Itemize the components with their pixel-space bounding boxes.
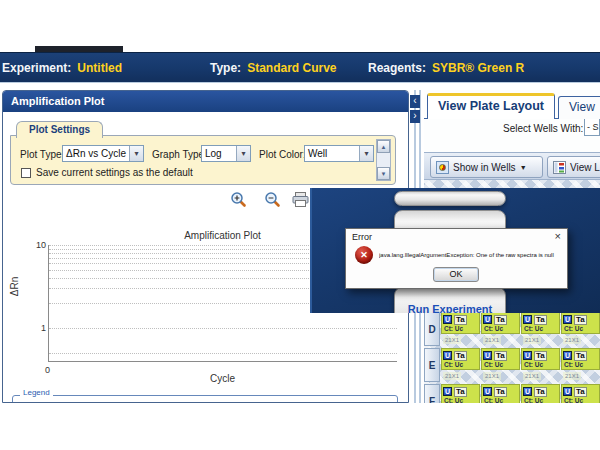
well-target: Ta xyxy=(454,387,467,397)
well-ct: Ct: Uc xyxy=(483,361,519,369)
run-window-button[interactable] xyxy=(394,191,506,206)
show-in-wells-button[interactable]: Show in Wells ▼ xyxy=(430,156,543,178)
well-ct: Ct: Uc xyxy=(443,325,479,333)
error-dialog: Error × ✕ java.lang.IllegalArgumentExcep… xyxy=(345,228,568,289)
type-value: Standard Curve xyxy=(247,61,336,75)
reagents-label: Reagents: xyxy=(368,61,426,75)
graph-type-value: Log xyxy=(202,148,236,159)
well-sample: 21X1 xyxy=(523,336,541,344)
collapse-right-icon[interactable]: › xyxy=(410,110,420,123)
tab-view-plate-layout[interactable]: View Plate Layout xyxy=(427,93,555,119)
plate-well[interactable]: UTaCt: Uc21X1 xyxy=(561,384,600,403)
graph-type-label: Graph Type: xyxy=(152,149,207,160)
scroll-up-icon[interactable]: ▲ xyxy=(377,140,390,153)
view-legend-button[interactable]: View L xyxy=(547,156,600,178)
plate-well[interactable]: UTaCt: Uc21X1 xyxy=(441,348,480,382)
well-sample: 21X1 xyxy=(483,372,501,380)
print-icon[interactable] xyxy=(292,192,309,209)
unknown-task-icon: U xyxy=(563,351,572,360)
ok-button[interactable]: OK xyxy=(433,267,479,282)
plate-well[interactable]: UTaCt: Uc21X1 xyxy=(441,312,480,346)
type-field: Type: Standard Curve xyxy=(210,53,336,82)
plate-well[interactable]: UTaCt: Uc21X1 xyxy=(481,348,520,382)
tab-plot-settings[interactable]: Plot Settings xyxy=(16,121,103,138)
collapse-left-icon[interactable]: ‹ xyxy=(410,95,420,108)
well-ct: Ct: Uc xyxy=(523,397,559,403)
experiment-header-bar: Experiment: Untitled Type: Standard Curv… xyxy=(0,52,600,83)
legend-table-icon xyxy=(553,161,566,174)
select-wells-dropdown[interactable]: - S xyxy=(584,118,600,136)
screen: Experiment: Untitled Type: Standard Curv… xyxy=(0,0,600,450)
zoom-in-icon[interactable] xyxy=(230,191,247,208)
plate-well[interactable]: UTaCt: Uc21X1 xyxy=(521,312,560,346)
error-message: java.lang.IllegalArgumentException: One … xyxy=(379,252,567,258)
plot-type-dropdown[interactable]: ΔRn vs Cycle ▾ xyxy=(62,145,144,162)
caret-down-icon: ▼ xyxy=(520,164,527,171)
settings-scrollbar[interactable]: ▲ ▼ xyxy=(376,139,391,181)
error-icon: ✕ xyxy=(355,246,373,264)
plate-well[interactable]: UTaCt: Uc21X1 xyxy=(441,384,480,403)
plate-well[interactable]: UTaCt: Uc21X1 xyxy=(521,348,560,382)
well-ct: Ct: Uc xyxy=(443,397,479,403)
well-target: Ta xyxy=(494,315,507,325)
experiment-field: Experiment: Untitled xyxy=(2,53,122,82)
row-header-d[interactable]: D xyxy=(424,312,440,346)
plot-settings-box: Plot Type: ΔRn vs Cycle ▾ Graph Type: Lo… xyxy=(10,135,396,185)
unknown-task-icon: U xyxy=(443,315,452,324)
well-target: Ta xyxy=(534,387,547,397)
well-content: UTaCt: Uc xyxy=(441,312,480,334)
reagents-field: Reagents: SYBR® Green R xyxy=(368,53,524,82)
well-ct: Ct: Uc xyxy=(523,361,559,369)
well-target: Ta xyxy=(574,315,587,325)
y-tick: 1 xyxy=(26,323,46,333)
graph-type-dropdown[interactable]: Log ▾ xyxy=(201,145,251,162)
unknown-task-icon: U xyxy=(483,315,492,324)
plate-well[interactable]: UTaCt: Uc21X1 xyxy=(521,384,560,403)
unknown-task-icon: U xyxy=(443,351,452,360)
x-axis-label: Cycle xyxy=(48,373,397,384)
well-sample: 21X1 xyxy=(443,372,461,380)
well-content: UTaCt: Uc xyxy=(441,348,480,370)
well-ct: Ct: Uc xyxy=(523,325,559,333)
well-target: Ta xyxy=(494,351,507,361)
unknown-task-icon: U xyxy=(523,315,532,324)
zoom-out-icon[interactable] xyxy=(264,191,281,208)
plate-well[interactable]: UTaCt: Uc21X1 xyxy=(481,384,520,403)
well-sample: 21X1 xyxy=(523,372,541,380)
well-target: Ta xyxy=(454,351,467,361)
well-ct: Ct: Uc xyxy=(563,397,599,403)
show-in-wells-label: Show in Wells xyxy=(453,162,516,173)
close-icon[interactable]: × xyxy=(555,230,561,242)
run-experiment-button[interactable]: Run Experiment xyxy=(394,287,506,313)
plate-well[interactable]: UTaCt: Uc21X1 xyxy=(561,348,600,382)
well-ct: Ct: Uc xyxy=(443,361,479,369)
unknown-task-icon: U xyxy=(563,387,572,396)
unknown-task-icon: U xyxy=(563,315,572,324)
well-ct: Ct: Uc xyxy=(563,361,599,369)
well-content: UTaCt: Uc xyxy=(561,312,600,334)
reagents-value: SYBR® Green R xyxy=(432,61,524,75)
run-experiment-label: Run Experiment xyxy=(395,303,505,313)
experiment-label: Experiment: xyxy=(2,61,71,75)
save-default-checkbox[interactable] xyxy=(21,168,31,178)
well-content: UTaCt: Uc xyxy=(481,384,520,403)
scroll-down-icon[interactable]: ▼ xyxy=(377,167,390,180)
row-header-e[interactable]: E xyxy=(424,348,440,382)
well-content: UTaCt: Uc xyxy=(441,384,480,403)
well-target: Ta xyxy=(454,315,467,325)
plate-well[interactable]: UTaCt: Uc21X1 xyxy=(561,312,600,346)
well-target: Ta xyxy=(574,387,587,397)
plot-color-dropdown[interactable]: Well ▾ xyxy=(304,145,374,162)
well-ct: Ct: Uc xyxy=(483,325,519,333)
well-ct: Ct: Uc xyxy=(563,325,599,333)
plate-well[interactable]: UTaCt: Uc21X1 xyxy=(481,312,520,346)
plot-type-value: ΔRn vs Cycle xyxy=(63,148,129,159)
row-header-f[interactable]: F xyxy=(424,384,440,403)
type-label: Type: xyxy=(210,61,241,75)
plot-type-label: Plot Type: xyxy=(20,149,64,160)
well-target: Ta xyxy=(534,315,547,325)
wells-color-icon xyxy=(436,161,449,174)
panel-title: Amplification Plot xyxy=(3,91,408,112)
tab-view-well-table[interactable]: View xyxy=(558,96,600,119)
well-sample: 21X1 xyxy=(483,336,501,344)
